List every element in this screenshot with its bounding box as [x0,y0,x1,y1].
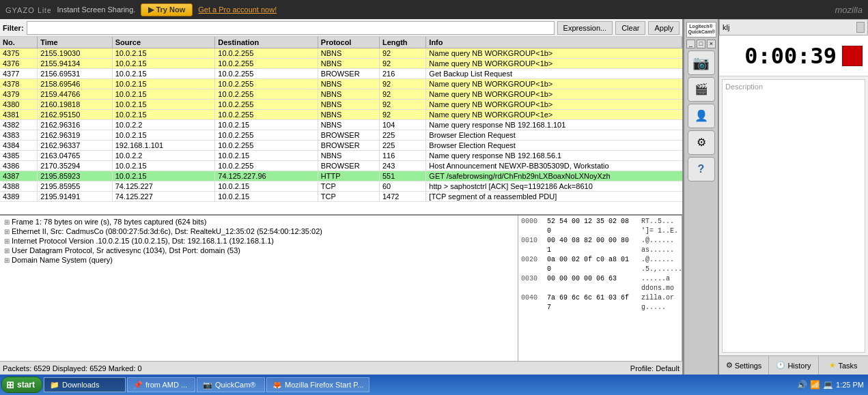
taskbar-item-quickcam[interactable]: 📷 QuickCam® [197,377,265,392]
close-btn[interactable]: × [707,40,716,48]
tasks-tab-label: Tasks [838,362,857,370]
pro-link-text: Get a Pro account now! [198,5,277,14]
restore-btn[interactable]: □ [697,40,705,48]
packet-table: No. Time Source Destination Protocol Len… [0,37,682,202]
tray-speaker-icon: 🔊 [797,380,807,390]
wireshark-panel: Filter: Expression... Clear Apply No. Ti… [0,19,684,375]
taskbar-item-downloads[interactable]: 📁 Downloads [44,377,126,392]
help-button[interactable]: ? [688,157,715,181]
apply-btn-label: Apply [654,24,673,32]
filter-bar: Filter: Expression... Clear Apply [0,19,682,37]
amd-icon: 📌 [133,381,143,390]
gyazo-bar: GYAZO Lite Instant Screen Sharing. ▶ Try… [0,0,868,19]
col-time: Time [38,37,112,48]
filter-input[interactable] [27,21,555,35]
col-no: No. [0,37,38,48]
table-row[interactable]: 43762155.9413410.0.2.1510.0.2.255NBNS92N… [0,59,682,69]
profile-text: Profile: Default [630,364,680,372]
status-bar: Packets: 6529 Displayed: 6529 Marked: 0 … [0,361,682,375]
pro-account-link[interactable]: Get a Pro account now! [198,5,277,14]
table-row[interactable]: 43822162.9631610.0.2.210.0.2.15NBNS104Na… [0,120,682,130]
video-button[interactable]: 🎬 [688,77,715,102]
table-row[interactable]: 43752155.1903010.0.2.1510.0.2.255NBNS92N… [0,48,682,59]
tasks-tab[interactable]: ★ Tasks [819,356,868,375]
history-icon: 🕐 [776,361,785,370]
tray-computer-icon: 💻 [823,380,833,390]
table-row[interactable]: 43812162.9515010.0.2.1510.0.2.255NBNS92N… [0,110,682,120]
settings-tab[interactable]: ⚙ Settings [719,356,769,375]
tray-network-icon: 📶 [810,380,820,390]
amd-label: from AMD ... [145,381,187,389]
table-row[interactable]: 43792159.4476610.0.2.1510.0.2.255NBNS92N… [0,89,682,100]
col-source: Source [112,37,215,48]
gear-button[interactable]: ⚙ [688,130,715,155]
far-right-panel: klj 0:00:39 Description ⚙ Settings 🕐 His… [718,19,868,375]
apply-button[interactable]: Apply [648,21,680,35]
tree-item[interactable]: ⊞ Ethernet II, Src: CadmusCo (08:00:27:5… [1,226,516,236]
table-row[interactable]: 43842162.96337192.168.1.10110.0.2.255BRO… [0,141,682,151]
instant-sharing-label: Instant Screen Sharing. [57,5,135,14]
expression-button[interactable]: Expression... [557,21,613,35]
table-row[interactable]: 43882195.8595574.125.22710.0.2.15TCP60ht… [0,181,682,192]
gyazo-logo-text: GYAZO [5,6,35,14]
col-dest: Destination [215,37,318,48]
try-now-label: ▶ Try Now [148,5,185,14]
clock-display: 1:25 PM [836,381,864,389]
tree-item[interactable]: ⊞ User Datagram Protocol, Sr activesync … [1,246,516,255]
col-len: Length [379,37,425,48]
camera-button[interactable]: 📷 [688,50,715,75]
kli-scrollbar[interactable] [856,22,865,33]
try-now-button[interactable]: ▶ Try Now [141,3,193,16]
hex-row: 00200a 00 02 0f c0 a8 01 0.@...... .5.,.… [521,255,679,274]
packet-tbody: 43752155.1903010.0.2.1510.0.2.255NBNS92N… [0,48,682,202]
filter-label: Filter: [3,24,24,32]
quickcam-icon: 📷 [203,381,212,390]
bottom-panels: ⊞ Frame 1: 78 bytes on wire (s), 78 byte… [0,214,682,361]
table-row[interactable]: 43832162.9631910.0.2.1510.0.2.255BROWSER… [0,130,682,141]
table-row[interactable]: 43862170.3529410.0.2.1510.0.2.255BROWSER… [0,161,682,171]
person-button[interactable]: 👤 [688,104,715,128]
hex-panel[interactable]: 000052 54 00 12 35 02 08 0RT..5... ']= 1… [518,216,682,361]
col-proto: Protocol [318,37,379,48]
downloads-label: Downloads [62,381,99,389]
tree-panel[interactable]: ⊞ Frame 1: 78 bytes on wire (s), 78 byte… [0,216,518,361]
clear-button[interactable]: Clear [615,21,645,35]
table-row[interactable]: 43872195.8592310.0.2.1574.125.227.96HTTP… [0,171,682,181]
timer-display: 0:00:39 [744,43,837,69]
main-area: Filter: Expression... Clear Apply No. Ti… [0,19,868,375]
folder-icon: 📁 [50,381,59,390]
minimize-btn[interactable]: _ [686,40,695,48]
hex-row: 00407a 69 6c 6c 61 03 6f 7zilla.or g....… [521,293,679,312]
window-controls: _ □ × [686,40,716,48]
tree-item[interactable]: ⊞ Domain Name System (query) [1,255,516,265]
gyazo-sub-text: Lite [38,7,51,14]
history-tab[interactable]: 🕐 History [769,356,819,375]
packet-list-container: No. Time Source Destination Protocol Len… [0,37,682,214]
expression-btn-label: Expression... [563,24,607,32]
start-button[interactable]: ⊞ start [1,377,42,393]
taskbar-item-firefox[interactable]: 🦊 Mozilla Firefox Start P... [266,377,369,392]
packet-table-header: No. Time Source Destination Protocol Len… [0,37,682,48]
table-row[interactable]: 43772156.6953110.0.2.1510.0.2.255BROWSER… [0,69,682,79]
logitech-sidebar: Logitech®QuickCam® _ □ × 📷 🎬 👤 ⚙ ? [684,19,718,375]
tree-item[interactable]: ⊞ Internet Protocol Version .10.0.2.15 (… [1,236,516,246]
stop-record-button[interactable] [842,46,863,66]
hex-row: 003000 00 00 00 06 63......a ddons.mo [521,274,679,293]
packet-count-text: Packets: 6529 Displayed: 6529 Marked: 0 [3,364,142,372]
taskbar-item-amd[interactable]: 📌 from AMD ... [127,377,195,392]
table-row[interactable]: 43802160.1981810.0.2.1510.0.2.255NBNS92N… [0,100,682,110]
firefox-icon: 🦊 [272,381,282,390]
table-row[interactable]: 43782158.6954610.0.2.1510.0.2.255NBNS92N… [0,79,682,89]
table-row[interactable]: 43852163.0476510.0.2.210.0.2.15NBNS116Na… [0,151,682,161]
taskbar: ⊞ start 📁 Downloads 📌 from AMD ... 📷 Qui… [0,375,868,395]
col-info: Info [426,37,682,48]
logitech-header: Logitech®QuickCam® [686,22,716,38]
quickcam-label: QuickCam® [215,381,255,389]
system-tray: 🔊 📶 💻 1:25 PM [797,380,867,390]
right-bottom-tabs: ⚙ Settings 🕐 History ★ Tasks [719,355,868,375]
kli-bar: klj [719,19,868,35]
description-area: Description [722,79,865,353]
hex-row: 001000 40 08 82 00 00 80 1.@...... as...… [521,236,679,255]
tree-item[interactable]: ⊞ Frame 1: 78 bytes on wire (s), 78 byte… [1,217,516,226]
table-row[interactable]: 43892195.9149174.125.22710.0.2.15TCP1472… [0,192,682,202]
